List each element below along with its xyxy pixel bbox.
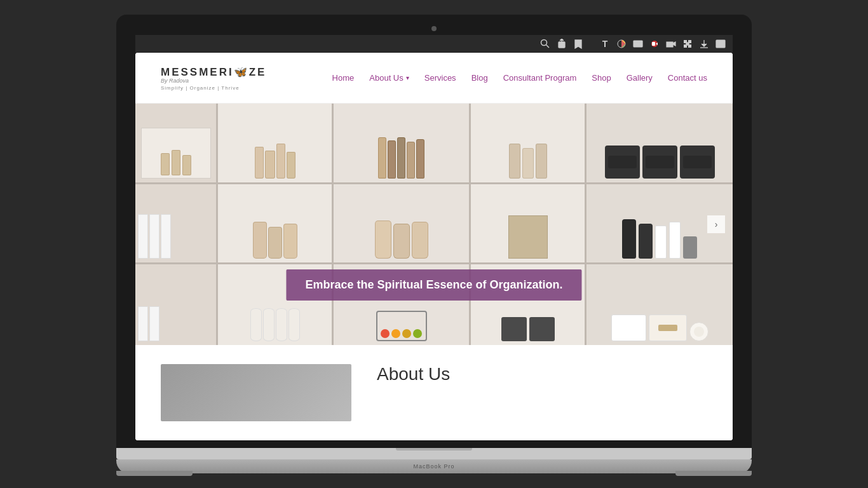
svg-rect-7	[652, 42, 655, 46]
mac-screenshot-icon[interactable]	[631, 37, 645, 51]
nav-home[interactable]: Home	[332, 73, 355, 83]
mac-download-icon[interactable]	[697, 37, 711, 51]
svg-point-0	[541, 40, 547, 46]
laptop-frame: T	[116, 15, 752, 473]
mac-search-icon[interactable]	[538, 37, 552, 51]
nav-about-us[interactable]: About Us ▾	[369, 73, 409, 83]
mac-os-toolbar: T	[135, 35, 733, 53]
mac-colors-icon[interactable]	[614, 37, 628, 51]
webcam-dot	[431, 26, 437, 31]
hero-overlay-text: Embrace the Spiritual Essence of Organiz…	[286, 269, 581, 301]
nav-consultant-program[interactable]: Consultant Program	[503, 73, 577, 83]
about-us-text-block: About Us	[377, 364, 450, 384]
mac-puzzle-icon[interactable]	[681, 37, 695, 51]
about-us-image	[161, 364, 351, 421]
about-us-heading: About Us	[377, 364, 450, 384]
hero-section: Embrace the Spiritual Essence of Organiz…	[135, 104, 733, 345]
mac-text-icon[interactable]: T	[598, 37, 612, 51]
site-navigation: Home About Us ▾ Services Blog Consultant…	[332, 73, 707, 83]
site-header: MESSMERI🦋ZE By Radova Simplify | Organiz…	[135, 53, 733, 104]
logo-by-text: By Radova	[161, 78, 189, 84]
nav-contact-us[interactable]: Contact us	[668, 73, 707, 83]
svg-rect-11	[716, 40, 725, 48]
logo-brand-text: MESSMERI🦋ZE	[161, 65, 266, 79]
macbook-label: MacBook Pro	[413, 463, 454, 470]
mac-camera2-icon[interactable]	[664, 37, 678, 51]
nav-shop[interactable]: Shop	[592, 73, 611, 83]
screen-bezel: T	[116, 15, 752, 448]
laptop-foot-right	[675, 471, 752, 476]
svg-line-1	[546, 45, 550, 48]
svg-point-5	[637, 43, 640, 46]
hero-next-arrow[interactable]: ›	[707, 215, 725, 233]
about-us-dropdown-arrow: ▾	[406, 74, 409, 81]
mac-share-icon[interactable]	[555, 37, 569, 51]
laptop-bottom-bezel	[116, 448, 752, 459]
mac-sidebar-icon[interactable]	[714, 37, 728, 51]
hero-background-image	[135, 104, 733, 345]
mac-record-icon[interactable]	[648, 37, 661, 51]
laptop-base: MacBook Pro	[116, 459, 752, 473]
website-content: MESSMERI🦋ZE By Radova Simplify | Organiz…	[135, 53, 733, 440]
laptop-foot-left	[116, 471, 193, 476]
site-logo[interactable]: MESSMERI🦋ZE By Radova Simplify | Organiz…	[161, 65, 266, 91]
below-hero-section: About Us	[135, 345, 733, 440]
nav-gallery[interactable]: Gallery	[627, 73, 653, 83]
nav-services[interactable]: Services	[424, 73, 456, 83]
logo-tagline-text: Simplify | Organize | Thrive	[161, 85, 240, 91]
nav-blog[interactable]: Blog	[471, 73, 488, 83]
mac-bookmark-icon[interactable]	[571, 37, 585, 51]
